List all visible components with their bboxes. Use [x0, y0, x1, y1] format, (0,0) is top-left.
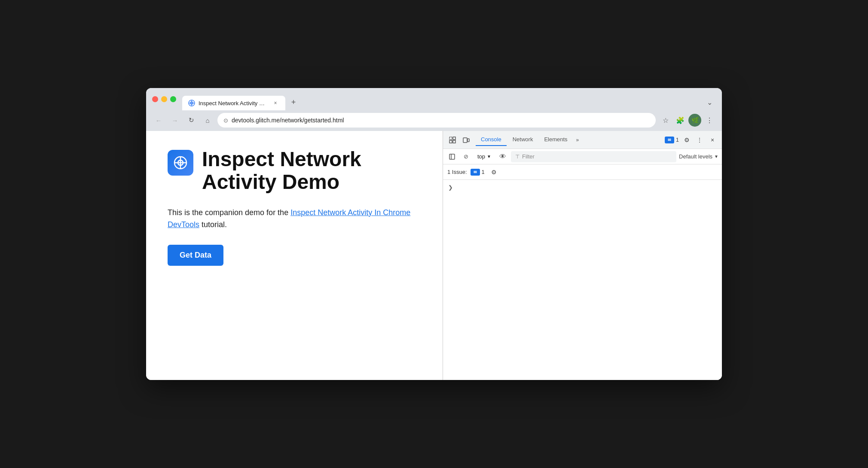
issues-badge-inline: ✉ 1: [471, 169, 485, 176]
address-text: devtools.glitch.me/network/getstarted.ht…: [232, 117, 650, 124]
svg-rect-13: [468, 139, 469, 142]
issues-count: 1: [676, 137, 679, 143]
browser-window: Inspect Network Activity Dem × + ⌄ ← → ↻…: [146, 88, 722, 380]
issues-settings-icon[interactable]: ⚙: [488, 166, 500, 178]
issues-icon-label: ✉: [668, 138, 671, 142]
console-context-arrow: ▼: [487, 154, 491, 159]
tab-favicon: [188, 100, 195, 106]
extensions-button[interactable]: 🧩: [674, 114, 687, 127]
console-levels-selector[interactable]: Default levels ▼: [679, 153, 718, 160]
profile-button[interactable]: 🌿: [688, 114, 701, 127]
console-sidebar-icon[interactable]: [446, 151, 458, 162]
description-suffix: tutorial.: [199, 220, 227, 229]
issues-icon: ✉: [665, 137, 674, 143]
svg-rect-8: [449, 137, 452, 140]
console-levels-label: Default levels: [679, 153, 712, 160]
tab-elements[interactable]: Elements: [539, 134, 572, 146]
window-menu-button[interactable]: ⌄: [703, 96, 716, 109]
console-expand-arrow[interactable]: ❯: [446, 183, 455, 191]
reload-button[interactable]: ↻: [185, 114, 198, 127]
devtools-toolbar: Console Network Elements » ✉ 1 ⚙ ⋮ ×: [443, 131, 722, 149]
tab-close-button[interactable]: ×: [272, 99, 279, 107]
title-bar: Inspect Network Activity Dem × + ⌄: [146, 88, 722, 110]
address-security-icon: ⊙: [223, 117, 228, 124]
svg-rect-9: [453, 137, 455, 140]
console-eye-icon[interactable]: 👁: [497, 151, 508, 162]
devtools-actions: ⚙ ⋮ ×: [681, 134, 718, 146]
browser-tab[interactable]: Inspect Network Activity Dem ×: [182, 96, 285, 110]
page-icon: [168, 150, 193, 176]
console-content: ❯: [443, 180, 722, 380]
devtools-settings-icon[interactable]: ⚙: [681, 134, 693, 146]
get-data-button[interactable]: Get Data: [168, 245, 223, 266]
console-levels-arrow: ▼: [714, 154, 718, 159]
console-context-selector[interactable]: top ▼: [474, 152, 495, 161]
console-context-label: top: [477, 153, 485, 160]
nav-bar: ← → ↻ ⌂ ⊙ devtools.glitch.me/network/get…: [146, 110, 722, 131]
tab-network[interactable]: Network: [507, 134, 538, 146]
traffic-lights: [152, 92, 176, 110]
console-bar: ⊘ top ▼ 👁 ⊤ Filter Default levels ▼: [443, 149, 722, 164]
devtools-issues-badge: ✉ 1: [665, 137, 679, 143]
page-header: Inspect Network Activity Demo: [168, 148, 421, 194]
issues-bar: 1 Issue: ✉ 1 ⚙: [443, 164, 722, 180]
filter-icon: ⊤: [515, 154, 520, 160]
devtools-more-icon[interactable]: ⋮: [694, 134, 706, 146]
svg-rect-14: [449, 154, 455, 159]
tab-title: Inspect Network Activity Dem: [199, 100, 268, 106]
devtools-panel: Console Network Elements » ✉ 1 ⚙ ⋮ ×: [443, 131, 722, 380]
devtools-close-button[interactable]: ×: [706, 134, 718, 146]
issues-label: 1 Issue:: [447, 169, 467, 175]
more-options-button[interactable]: ⋮: [703, 114, 716, 127]
new-tab-button[interactable]: +: [287, 96, 300, 109]
page-description: This is the companion demo for the Inspe…: [168, 207, 421, 231]
svg-rect-10: [449, 140, 452, 143]
devtools-tabs: Console Network Elements »: [476, 134, 660, 146]
tabs-area: Inspect Network Activity Dem × + ⌄: [182, 92, 716, 110]
page-title: Inspect Network Activity Demo: [202, 148, 421, 194]
content-area: Inspect Network Activity Demo This is th…: [146, 131, 722, 380]
svg-rect-12: [463, 138, 467, 143]
devtools-device-icon[interactable]: [460, 134, 472, 146]
description-prefix: This is the companion demo for the: [168, 208, 290, 217]
console-filter[interactable]: ⊤ Filter: [511, 151, 676, 162]
tab-console[interactable]: Console: [476, 134, 507, 146]
svg-rect-11: [453, 140, 455, 143]
console-clear-icon[interactable]: ⊘: [460, 151, 471, 162]
back-button[interactable]: ←: [152, 114, 165, 127]
bookmark-button[interactable]: ☆: [659, 114, 672, 127]
minimize-window-button[interactable]: [161, 96, 167, 102]
filter-placeholder: Filter: [522, 153, 535, 160]
address-bar[interactable]: ⊙ devtools.glitch.me/network/getstarted.…: [217, 113, 656, 128]
devtools-inspect-icon[interactable]: [446, 134, 458, 146]
more-tabs-button[interactable]: »: [574, 135, 582, 145]
page-content: Inspect Network Activity Demo This is th…: [146, 131, 443, 380]
issues-inline-icon: ✉: [471, 169, 480, 176]
close-window-button[interactable]: [152, 96, 158, 102]
nav-actions: ☆ 🧩 🌿 ⋮: [659, 114, 716, 127]
maximize-window-button[interactable]: [170, 96, 176, 102]
forward-button[interactable]: →: [168, 114, 181, 127]
issues-inline-count: 1: [482, 169, 485, 175]
home-button[interactable]: ⌂: [201, 114, 214, 127]
